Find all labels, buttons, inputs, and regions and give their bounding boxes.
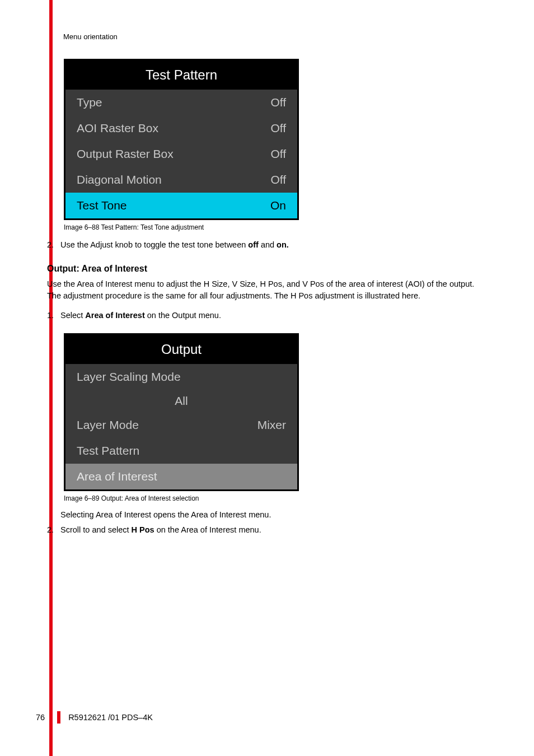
page-content: Test Pattern Type Off AOI Raster Box Off… (47, 59, 489, 540)
menu-row-value: Off (270, 96, 286, 109)
test-pattern-menu: Test Pattern Type Off AOI Raster Box Off… (64, 59, 299, 220)
step-list-2: 1. Select Area of Interest on the Output… (47, 310, 489, 322)
menu-row-value: Off (270, 122, 286, 135)
menu-row-label: All (175, 394, 188, 408)
after-text-block: Selecting Area of Interest opens the Are… (47, 509, 489, 537)
menu-row-output-raster[interactable]: Output Raster Box Off (65, 141, 297, 167)
menu-row-value: Off (270, 147, 286, 161)
menu-row-label: Area of Interest (77, 470, 157, 483)
after-text-line: Selecting Area of Interest opens the Are… (47, 509, 489, 521)
menu-row-test-pattern[interactable]: Test Pattern (65, 438, 297, 464)
document-id: R5912621 /01 PDS–4K (68, 713, 153, 722)
menu-row-aoi-raster[interactable]: AOI Raster Box Off (65, 115, 297, 141)
step-text: Use the Adjust knob to toggle the test t… (60, 239, 489, 251)
after-text: Selecting Area of Interest opens the Are… (60, 509, 489, 521)
step-text: Scroll to and select H Pos on the Area o… (60, 524, 489, 536)
section-heading-output-aoi: Output: Area of Interest (47, 264, 489, 274)
step-1b: 1. Select Area of Interest on the Output… (47, 310, 489, 322)
menu-row-value: Mixer (257, 418, 286, 432)
menu-row-diagonal-motion[interactable]: Diagonal Motion Off (65, 167, 297, 193)
menu-row-layer-scaling[interactable]: Layer Scaling Mode (65, 364, 297, 390)
menu-row-label: Test Tone (77, 199, 127, 212)
menu-row-label: Layer Scaling Mode (77, 370, 181, 384)
figure2-caption: Image 6–89 Output: Area of Interest sele… (64, 494, 489, 502)
step-number: 2. (47, 239, 57, 251)
page-number: 76 (36, 713, 45, 722)
step-2b: 2. Scroll to and select H Pos on the Are… (47, 524, 489, 536)
step-list-1: 2. Use the Adjust knob to toggle the tes… (47, 239, 489, 251)
step-number-empty (47, 509, 57, 521)
menu-row-label: Type (77, 96, 102, 109)
step-2: 2. Use the Adjust knob to toggle the tes… (47, 239, 489, 251)
figure1-caption: Image 6–88 Test Pattern: Test Tone adjus… (64, 223, 489, 231)
header-section-label: Menu orientation (63, 32, 118, 41)
menu-row-layer-mode[interactable]: Layer Mode Mixer (65, 412, 297, 438)
page-footer: 76 R5912621 /01 PDS–4K (36, 711, 153, 724)
menu-row-label: AOI Raster Box (77, 122, 158, 135)
menu-row-value: Off (270, 173, 286, 186)
menu-row-all[interactable]: All (65, 390, 297, 412)
menu-row-type[interactable]: Type Off (65, 90, 297, 115)
step-number: 1. (47, 310, 57, 322)
output-title: Output (65, 335, 297, 364)
test-pattern-title: Test Pattern (65, 60, 297, 90)
menu-row-label: Test Pattern (77, 444, 139, 458)
menu-row-label: Diagonal Motion (77, 173, 162, 186)
menu-row-label: Output Raster Box (77, 147, 174, 161)
footer-red-bar (57, 711, 60, 724)
menu-row-value: On (270, 199, 286, 212)
step-text: Select Area of Interest on the Output me… (60, 310, 489, 322)
step-number: 2. (47, 524, 57, 536)
menu-row-test-tone[interactable]: Test Tone On (65, 193, 297, 218)
menu-row-label: Layer Mode (77, 418, 139, 432)
menu-row-area-of-interest[interactable]: Area of Interest (65, 464, 297, 489)
section-body: Use the Area of Interest menu to adjust … (47, 278, 489, 302)
output-menu: Output Layer Scaling Mode All Layer Mode… (64, 333, 299, 491)
